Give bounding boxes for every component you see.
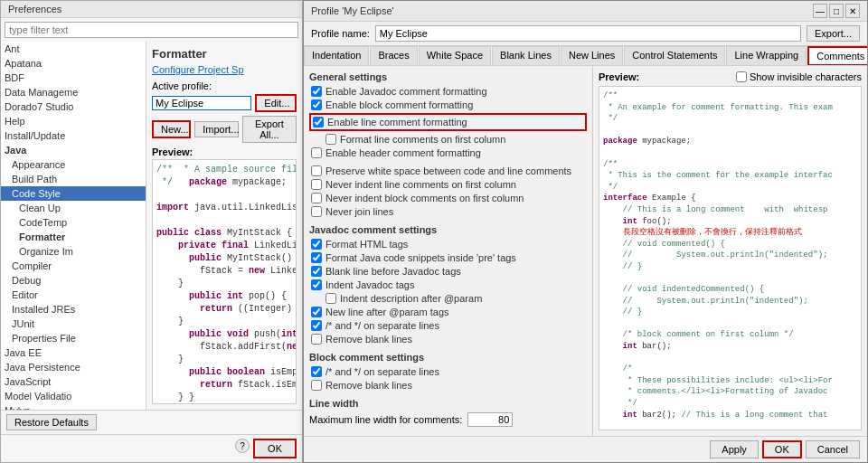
tree-apatana[interactable]: Apatana — [1, 56, 146, 71]
cb-format-html: Format HTML tags — [309, 239, 587, 250]
tab-comments[interactable]: Comments — [807, 46, 867, 66]
tree-code-style[interactable]: Code Style — [1, 186, 146, 201]
tree-organize[interactable]: Organize Im — [1, 244, 146, 259]
close-button[interactable]: ✕ — [845, 4, 860, 18]
tree-mylyn[interactable]: Mylyn — [1, 403, 146, 410]
help-icon[interactable]: ? — [235, 439, 250, 453]
cb-block-sep-lines: /* and */ on separate lines — [309, 366, 587, 377]
tree-junit[interactable]: JUnit — [1, 317, 146, 331]
tab-white-space[interactable]: White Space — [419, 46, 491, 65]
tab-line-wrapping[interactable]: Line Wrapping — [726, 46, 807, 65]
formatter-title: Formatter — [152, 47, 297, 61]
export-all-button[interactable]: Export All... — [242, 116, 297, 143]
apply-button[interactable]: Apply — [710, 440, 759, 458]
tree-install[interactable]: Install/Update — [1, 128, 146, 143]
tree-installed-jres[interactable]: Installed JREs — [1, 302, 146, 317]
cb-block-format-label: Enable block comment formatting — [326, 99, 473, 110]
preview-code: /** * A sample source file for the code … — [152, 159, 297, 404]
tree-debug[interactable]: Debug — [1, 273, 146, 288]
restore-defaults-button[interactable]: Restore Defaults — [6, 414, 97, 430]
tree-help[interactable]: Help — [1, 114, 146, 128]
cb-preserve-ws-label: Preserve white space between code and li… — [326, 165, 571, 176]
block-settings-title: Block comment settings — [309, 352, 587, 363]
tab-braces[interactable]: Braces — [370, 46, 417, 65]
cb-never-indent-line-input[interactable] — [311, 179, 322, 190]
cb-javadoc-sep-lines-input[interactable] — [311, 320, 322, 331]
tree-build-path[interactable]: Build Path — [1, 172, 146, 186]
formatter-area: Formatter Configure Project Sp Active pr… — [146, 42, 302, 410]
cb-header-format: Enable header comment formatting — [309, 147, 587, 158]
preview-label: Preview: — [152, 146, 297, 157]
tree-model-validation[interactable]: Model Validatio — [1, 389, 146, 403]
dialog-body: General settings Enable Javadoc comment … — [304, 66, 867, 436]
tree-code-temp[interactable]: CodeTemp — [1, 215, 146, 230]
tree-javascript[interactable]: JavaScript — [1, 374, 146, 389]
cb-indent-desc-input[interactable] — [326, 293, 336, 304]
export-button[interactable]: Export... — [807, 25, 860, 42]
cb-format-java-snippets-input[interactable] — [311, 252, 322, 263]
cb-javadoc-format-input[interactable] — [311, 86, 322, 97]
cb-never-indent-line-label: Never indent line comments on first colu… — [326, 179, 516, 190]
tree-java-ee[interactable]: Java EE — [1, 345, 146, 360]
tree-editor[interactable]: Editor — [1, 288, 146, 302]
line-width-input[interactable] — [467, 412, 513, 427]
cb-line-format-input[interactable] — [313, 117, 324, 128]
profile-name-input[interactable] — [375, 25, 801, 42]
cb-preserve-ws-input[interactable] — [311, 165, 322, 176]
cb-first-col-input[interactable] — [326, 134, 336, 145]
cb-indent-javadoc-input[interactable] — [311, 279, 322, 290]
maximize-button[interactable]: □ — [829, 4, 844, 18]
cb-javadoc-sep-lines: /* and */ on separate lines — [309, 320, 587, 331]
filter-input[interactable] — [5, 22, 298, 38]
active-profile-label: Active profile: — [152, 80, 297, 91]
cb-header-format-label: Enable header comment formatting — [326, 147, 481, 158]
tree-java[interactable]: Java — [1, 143, 146, 157]
ok-button[interactable]: OK — [253, 439, 297, 458]
prefs-ok-row: ? OK — [1, 434, 302, 462]
tree-formatter[interactable]: Formatter — [1, 230, 146, 244]
cb-never-join-input[interactable] — [311, 206, 322, 217]
tree-properties[interactable]: Properties File — [1, 331, 146, 345]
tree-dorado[interactable]: Dorado7 Studio — [1, 99, 146, 114]
tree-ant[interactable]: Ant — [1, 42, 146, 56]
cb-never-indent-block-input[interactable] — [311, 193, 322, 203]
cb-preserve-ws: Preserve white space between code and li… — [309, 165, 587, 176]
tree-clean-up[interactable]: Clean Up — [1, 201, 146, 215]
cancel-button[interactable]: Cancel — [806, 440, 860, 458]
tree-java-persistence[interactable]: Java Persistence — [1, 360, 146, 374]
new-button[interactable]: New... — [152, 120, 191, 138]
preview-panel: Preview: Show invisible characters /** *… — [593, 66, 867, 436]
cb-javadoc-remove-blank-input[interactable] — [311, 334, 322, 345]
cb-format-html-input[interactable] — [311, 239, 322, 250]
tab-new-lines[interactable]: New Lines — [561, 46, 623, 65]
cb-format-html-label: Format HTML tags — [326, 239, 408, 250]
import-button[interactable]: Import... — [194, 121, 239, 137]
configure-link[interactable]: Configure Project Sp — [152, 64, 297, 75]
minimize-button[interactable]: — — [813, 4, 827, 18]
edit-button[interactable]: Edit... — [255, 94, 297, 112]
tree-compiler[interactable]: Compiler — [1, 259, 146, 273]
line-width-label: Maximum line width for comments: — [309, 414, 462, 425]
tree-data-mgmt[interactable]: Data Manageme — [1, 85, 146, 99]
title-buttons: — □ ✕ — [813, 4, 860, 18]
cb-javadoc-remove-blank: Remove blank lines — [309, 334, 587, 345]
cb-newline-param-label: New line after @param tags — [326, 307, 449, 317]
show-invisible-checkbox[interactable] — [736, 71, 747, 82]
tree-appearance[interactable]: Appearance — [1, 157, 146, 172]
cb-block-sep-lines-input[interactable] — [311, 366, 322, 377]
cb-blank-before-tags-input[interactable] — [311, 266, 322, 277]
tab-indentation[interactable]: Indentation — [304, 46, 369, 65]
cb-newline-param-input[interactable] — [311, 307, 322, 317]
cb-indent-javadoc: Indent Javadoc tags — [309, 279, 587, 290]
cb-block-format-input[interactable] — [311, 99, 322, 110]
tab-control-statements[interactable]: Control Statements — [624, 46, 725, 65]
preferences-panel: Preferences Ant Apatana BDF Data Managem… — [0, 0, 303, 463]
preferences-title: Preferences — [1, 1, 302, 18]
dialog-ok-button[interactable]: OK — [762, 440, 802, 458]
profile-select[interactable]: My Eclipse — [152, 96, 251, 110]
cb-header-format-input[interactable] — [311, 147, 322, 158]
tree-bdf[interactable]: BDF — [1, 71, 146, 85]
tab-blank-lines[interactable]: Blank Lines — [492, 46, 560, 65]
cb-block-remove-blank-input[interactable] — [311, 380, 322, 391]
cb-block-sep-lines-label: /* and */ on separate lines — [326, 366, 439, 377]
